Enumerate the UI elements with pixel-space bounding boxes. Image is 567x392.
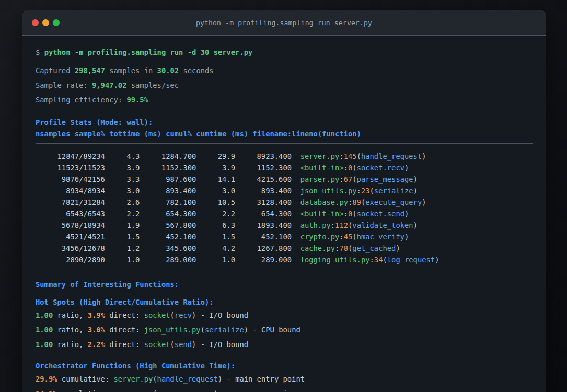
module-name: json_utils.py: [144, 326, 201, 334]
tottime-cell: 289.000: [140, 254, 196, 266]
sample-pct-cell: 1.5: [105, 231, 140, 243]
sample-pct-cell: 3.3: [105, 174, 140, 185]
text-segment: :: [331, 221, 335, 229]
summary-heading: Summary of Interesting Functions:: [36, 279, 533, 290]
sample-pct-cell: 4.3: [105, 151, 140, 162]
text-segment: (: [352, 210, 356, 218]
stats-row: 9876/421563.3987.60014.14215.600parser.p…: [36, 174, 533, 185]
stats-row: 2890/28901.0289.0001.0289.000logging_uti…: [36, 254, 533, 266]
cumul-pct-cell: 10.5: [196, 197, 235, 208]
text-segment: (: [153, 375, 157, 383]
text-segment: direct:: [105, 340, 144, 349]
function-name: socket.recv: [357, 164, 404, 172]
nsamples-cell: 6543/6543: [36, 208, 105, 220]
file-name: <built-in>: [300, 164, 344, 172]
efficiency-line: Sampling efficiency: 99.5%: [36, 93, 533, 107]
stats-row: 8934/89343.0893.4003.0893.400json_utils.…: [36, 185, 533, 197]
ratio-value: 1.00: [36, 340, 53, 349]
text-segment: :: [344, 164, 348, 172]
text-segment: (: [352, 164, 356, 172]
close-button[interactable]: [32, 19, 39, 26]
tottime-cell: 893.400: [140, 185, 196, 197]
orchestrator-item: 14.1% cumulative: parser.py(parse_messag…: [36, 386, 533, 392]
role-note: - main entry point: [222, 375, 305, 383]
function-name: parse_message: [357, 175, 413, 183]
sample-pct-cell: 1.9: [105, 220, 140, 231]
terminal-content[interactable]: $ python -m profiling.sampling run -d 30…: [22, 36, 546, 392]
text-segment: ratio,: [53, 311, 87, 319]
nsamples-cell: 7821/31284: [36, 197, 105, 208]
text-segment: (: [383, 256, 387, 264]
efficiency-value: 99.5%: [126, 96, 148, 104]
nsamples-cell: 3456/12678: [36, 243, 105, 254]
stats-row: 7821/312842.6782.10010.53128.400database…: [36, 197, 533, 208]
sample-pct-cell: 3.0: [105, 185, 140, 197]
tottime-cell: 987.600: [140, 174, 196, 185]
maximize-button[interactable]: [53, 19, 60, 26]
tottime-cell: 345.600: [140, 243, 196, 254]
bound-note: - I/O bound: [196, 311, 248, 319]
text-segment: seconds: [179, 66, 213, 75]
text-segment: (: [170, 311, 175, 319]
cumulative-pct: 14.1%: [36, 389, 57, 392]
function-name: hmac_verify: [357, 233, 404, 241]
hot-spot-item: 1.00 ratio, 3.9% direct: socket(recv) - …: [36, 308, 533, 322]
stats-row: 6543/65432.2654.3002.2654.300<built-in>:…: [36, 208, 533, 220]
tottime-cell: 782.100: [140, 197, 196, 208]
line-number: 112: [335, 221, 348, 229]
module-name: socket: [144, 340, 170, 349]
cumul-pct-cell: 6.3: [196, 220, 235, 231]
text-segment: Sampling efficiency:: [36, 96, 126, 104]
sample-pct-cell: 1.2: [105, 243, 140, 254]
terminal-window: python -m profiling.sampling run server.…: [22, 10, 546, 392]
module-name: server.py: [114, 375, 153, 383]
function-name: handle_request: [157, 375, 218, 383]
nsamples-cell: 11523/11523: [36, 162, 105, 174]
text-segment: ): [413, 175, 418, 183]
tottime-cell: 1284.700: [140, 151, 196, 162]
text-segment: cumulative:: [57, 375, 114, 383]
shell-prompt: $: [36, 48, 44, 56]
text-segment: (: [370, 187, 374, 195]
text-segment: (: [357, 152, 361, 160]
file-name: database.py: [300, 198, 348, 206]
stats-row: 3456/126781.2345.6004.21267.800cache.py:…: [36, 243, 533, 254]
text-segment: (: [361, 198, 365, 206]
tottime-cell: 452.100: [140, 231, 196, 243]
cumtime-cell: 452.100: [235, 231, 292, 243]
text-segment: ): [396, 244, 400, 252]
orchestrator-item: 29.9% cumulative: server.py(handle_reque…: [36, 372, 533, 386]
window-titlebar[interactable]: python -m profiling.sampling run server.…: [22, 10, 546, 36]
cumul-pct-cell: 1.0: [196, 254, 235, 266]
function-name: send: [175, 340, 192, 349]
module-name: socket: [144, 311, 170, 319]
text-segment: :: [370, 256, 374, 264]
text-segment: ): [422, 152, 426, 160]
text-segment: direct:: [105, 326, 144, 334]
sample-count: 298,547: [75, 66, 105, 75]
nsamples-cell: 9876/42156: [36, 174, 105, 185]
profile-stats-heading: Profile Stats (Mode: wall):: [36, 117, 533, 128]
cumtime-cell: 893.400: [235, 185, 292, 197]
direct-pct: 3.9%: [88, 311, 105, 319]
nsamples-cell: 8934/8934: [36, 185, 105, 197]
function-name: parse_message: [157, 389, 214, 392]
bound-note: - I/O bound: [196, 340, 248, 349]
nsamples-cell: 12847/89234: [36, 151, 105, 162]
line-number: 78: [339, 244, 348, 252]
function-name: validate_token: [352, 221, 413, 229]
stats-row: 4521/45211.5452.1001.5452.100crypto.py:4…: [36, 231, 533, 243]
cumtime-cell: 1893.400: [235, 220, 292, 231]
sample-pct-cell: 3.9: [105, 162, 140, 174]
text-segment: ): [404, 210, 409, 218]
captured-line: Captured 298,547 samples in 30.02 second…: [36, 63, 533, 78]
line-number: 67: [344, 175, 353, 183]
direct-pct: 2.2%: [88, 340, 105, 349]
text-segment: :: [339, 233, 343, 241]
stats-row: 5678/189341.9567.8006.31893.400auth.py:1…: [36, 220, 533, 231]
text-segment: Sample rate:: [36, 81, 92, 89]
text-segment: direct:: [105, 311, 144, 319]
text-segment: ): [413, 221, 418, 229]
tottime-cell: 654.300: [140, 208, 196, 220]
minimize-button[interactable]: [42, 19, 49, 26]
